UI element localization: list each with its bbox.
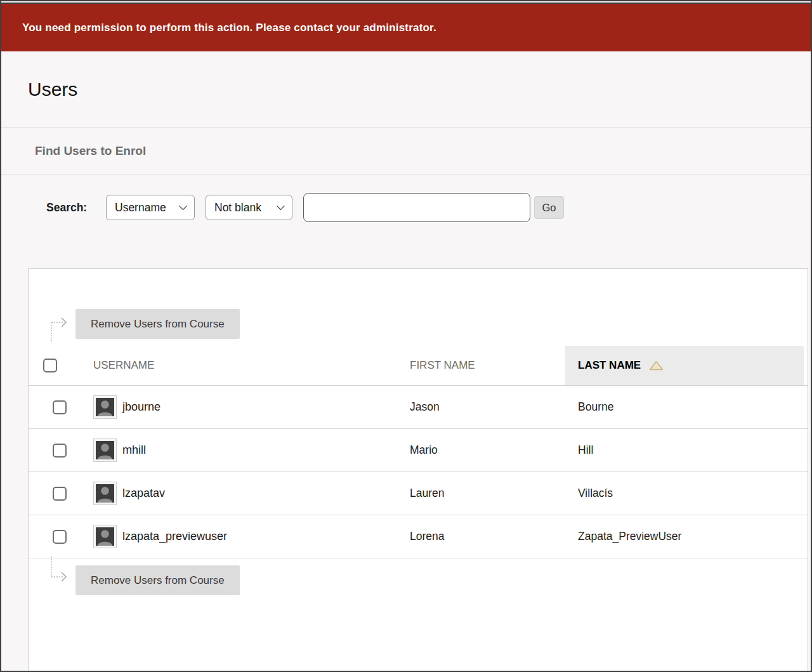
search-operator-select[interactable]: Not blank (206, 195, 292, 220)
row-checkbox[interactable] (53, 487, 67, 501)
permission-banner: You need permission to perform this acti… (1, 4, 811, 51)
column-header-first-name[interactable]: FIRST NAME (410, 346, 565, 385)
last-name-cell: Bourne (565, 386, 808, 428)
row-checkbox[interactable] (53, 444, 67, 458)
row-checkbox-cell (29, 515, 93, 558)
chevron-down-icon (277, 202, 285, 210)
row-checkbox[interactable] (53, 400, 67, 414)
action-bar-bottom: Remove Users from Course (75, 565, 329, 595)
column-header-username[interactable]: USERNAME (93, 346, 410, 385)
users-panel: Remove Users from Course USERNAME FIRST … (28, 268, 808, 671)
search-row: Search: Username Not blank Go (46, 193, 564, 222)
action-bar-top: Remove Users from Course (75, 309, 329, 339)
first-name-cell: Jason (410, 386, 565, 428)
section-header-title: Find Users to Enrol (35, 144, 146, 158)
last-name-cell: Hill (565, 429, 808, 471)
first-name-cell: Lauren (410, 472, 565, 515)
table-row: lzapatav Lauren Villacís (29, 472, 808, 515)
search-field-select[interactable]: Username (106, 195, 195, 220)
column-header-last-name[interactable]: LAST NAME (565, 346, 804, 385)
search-field-selected-value: Username (115, 201, 166, 214)
username-text: lzapata_previewuser (122, 530, 227, 543)
remove-users-top-button[interactable]: Remove Users from Course (75, 309, 240, 339)
search-input[interactable] (303, 193, 530, 222)
avatar (93, 438, 117, 462)
username-cell: lzapata_previewuser (93, 515, 410, 558)
username-cell: lzapatav (93, 472, 410, 515)
table-body: jbourne Jason Bourne mhill Mario Hill (29, 386, 808, 558)
row-checkbox-cell (29, 429, 93, 471)
table-row: jbourne Jason Bourne (29, 386, 808, 429)
section-header: Find Users to Enrol (1, 128, 811, 175)
avatar (93, 525, 117, 548)
search-section: Search: Username Not blank Go (1, 175, 811, 267)
first-name-cell: Mario (410, 429, 565, 471)
username-cell: mhill (93, 429, 410, 471)
username-text: lzapatav (122, 487, 165, 500)
page-title: Users (28, 79, 77, 100)
row-checkbox-cell (29, 386, 93, 428)
table-row: mhill Mario Hill (29, 429, 808, 472)
selection-arrow-icon (51, 555, 71, 587)
avatar (93, 395, 117, 419)
username-text: jbourne (122, 400, 160, 414)
remove-users-bottom-button[interactable]: Remove Users from Course (75, 565, 240, 595)
selection-arrow-icon (51, 315, 71, 346)
browser-viewport: You need permission to perform this acti… (0, 0, 812, 672)
row-checkbox-cell (29, 472, 93, 515)
last-name-cell: Villacís (565, 472, 808, 515)
search-operator-selected-value: Not blank (214, 201, 261, 214)
table-header-row: USERNAME FIRST NAME LAST NAME (29, 346, 808, 386)
first-name-cell: Lorena (410, 515, 565, 558)
permission-banner-message: You need permission to perform this acti… (22, 22, 436, 34)
last-name-cell: Zapata_PreviewUser (565, 515, 808, 558)
go-button[interactable]: Go (534, 196, 564, 219)
header-checkbox-cell (29, 346, 93, 385)
avatar (93, 482, 117, 505)
page-header: Users (1, 51, 811, 128)
username-text: mhill (122, 444, 146, 457)
table-row: lzapata_previewuser Lorena Zapata_Previe… (29, 515, 808, 558)
sort-ascending-icon (649, 360, 664, 371)
column-header-last-name-label: LAST NAME (578, 359, 641, 372)
select-all-checkbox[interactable] (43, 359, 57, 372)
chevron-down-icon (179, 202, 187, 210)
username-cell: jbourne (93, 386, 410, 428)
search-label: Search: (46, 201, 106, 214)
row-checkbox[interactable] (53, 530, 67, 544)
